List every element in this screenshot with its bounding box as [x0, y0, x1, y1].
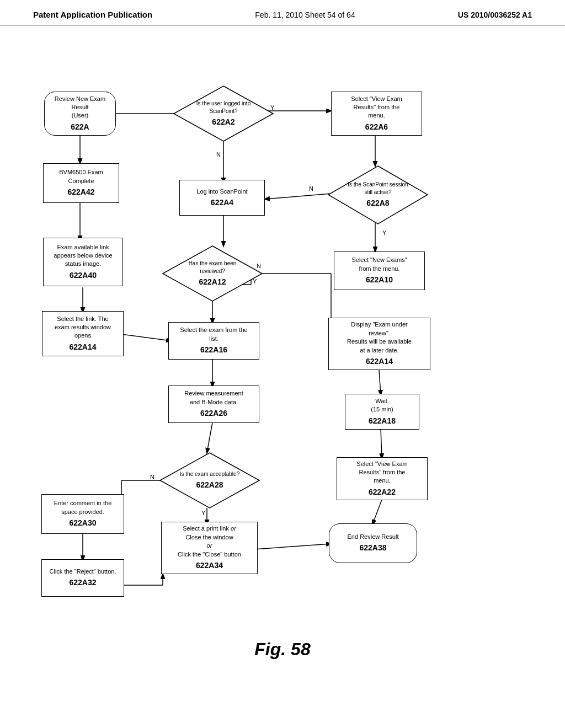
svg-line-5	[265, 194, 331, 199]
node-622A28-id: 622A28	[196, 480, 223, 491]
node-622A10: Select "New Exams"from the menu. 622A10	[334, 251, 425, 290]
node-622A8-id: 622A8	[366, 198, 389, 209]
label-n-622a28: N	[150, 474, 154, 480]
node-622A28-label: Is the exam acceptable?	[180, 470, 239, 478]
node-622A-id: 622A	[71, 122, 89, 133]
node-622A2: Is the user logged intoScanPoint? 622A2	[171, 83, 276, 144]
node-622A12-id: 622A12	[199, 277, 226, 288]
node-622A14-left: Select the link. Theexam results windowo…	[42, 311, 124, 356]
node-622A8-label: Is the ScanPoint sessionstill active?	[348, 181, 408, 196]
node-622A2-label: Is the user logged intoScanPoint?	[196, 100, 250, 115]
node-622A14-left-label: Select the link. Theexam results windowo…	[55, 315, 111, 340]
node-622A12-label: Has the exam beenreviewed?	[189, 260, 237, 275]
node-622A: Review New ExamResult(User) 622A	[44, 92, 116, 136]
node-622A38-label: End Review Result	[348, 533, 399, 541]
node-622A18-id: 622A18	[369, 416, 396, 427]
node-622A38: End Review Result 622A38	[329, 523, 417, 563]
node-622A4: Log into ScanPoint 622A4	[179, 180, 265, 216]
diagram: Y N Y N Y N N Y Review New ExamResult(Us…	[0, 31, 565, 682]
label-n-622a8: N	[309, 185, 313, 192]
page: Patent Application Publication Feb. 11, …	[0, 0, 565, 728]
svg-line-18	[121, 480, 163, 513]
header-date-sheet: Feb. 11, 2010 Sheet 54 of 64	[255, 10, 355, 19]
node-622A14-right: Display "Exam underreview".Results will …	[328, 318, 430, 370]
node-622A-label: Review New ExamResult(User)	[55, 95, 105, 120]
svg-line-15	[381, 428, 382, 458]
header: Patent Application Publication Feb. 11, …	[0, 0, 565, 25]
node-622A32-id: 622A32	[69, 577, 96, 588]
node-622A6-label: Select "View ExamResults" from themenu.	[351, 95, 402, 120]
node-622A42-id: 622A42	[67, 187, 94, 198]
svg-line-23	[121, 549, 163, 578]
node-622A42: BVM6500 ExamComplete 622A42	[43, 163, 119, 203]
node-622A22-label: Select "View ExamResults" from themenu.	[356, 460, 407, 485]
node-622A10-label: Select "New Exams"from the menu.	[351, 256, 407, 273]
node-622A26: Review measurementand B-Mode data. 622A2…	[168, 386, 259, 423]
node-622A40: Exam available linkappears below devices…	[43, 238, 123, 286]
svg-line-14	[379, 370, 381, 395]
node-622A30-label: Enter comment in thespace provided.	[54, 499, 112, 516]
node-622A18-label: Wait.(15 min)	[371, 397, 393, 414]
node-622A4-label: Log into ScanPoint	[196, 188, 247, 196]
node-622A6-id: 622A6	[365, 122, 388, 133]
fig-label: Fig. 58	[254, 639, 310, 660]
svg-line-26	[254, 544, 331, 549]
node-622A2-id: 622A2	[212, 117, 234, 128]
node-622A4-id: 622A4	[211, 197, 233, 208]
node-622A26-label: Review measurementand B-Mode data.	[184, 389, 243, 406]
node-622A10-id: 622A10	[366, 275, 393, 286]
node-622A34: Select a print link orClose the windowor…	[161, 522, 258, 574]
node-622A8: Is the ScanPoint sessionstill active? 62…	[326, 163, 430, 227]
node-622A34-label: Select a print link orClose the windowor…	[178, 524, 241, 559]
node-622A22-id: 622A22	[369, 487, 396, 498]
node-622A26-id: 622A26	[200, 408, 227, 419]
node-622A14-right-id: 622A14	[366, 356, 393, 367]
svg-line-17	[207, 422, 212, 453]
node-622A32: Click the "Reject" button. 622A32	[41, 559, 124, 597]
node-622A16-label: Select the exam from thelist.	[180, 326, 247, 343]
svg-line-16	[372, 500, 382, 524]
node-622A30-id: 622A30	[69, 518, 96, 529]
label-y-622a28: Y	[201, 510, 205, 516]
node-622A34-id: 622A34	[196, 560, 223, 571]
node-622A32-label: Click the "Reject" button.	[50, 568, 116, 576]
node-622A40-label: Exam available linkappears below devices…	[54, 243, 112, 269]
header-patent-number: US 2010/0036252 A1	[458, 10, 532, 19]
node-622A40-id: 622A40	[70, 270, 97, 281]
svg-line-30	[121, 334, 171, 341]
node-622A16-id: 622A16	[200, 345, 227, 356]
node-622A38-id: 622A38	[359, 543, 386, 554]
label-y-622a2: Y	[270, 104, 274, 111]
node-622A28: Is the exam acceptable? 622A28	[157, 450, 262, 511]
node-622A42-label: BVM6500 ExamComplete	[59, 168, 103, 185]
node-622A6: Select "View ExamResults" from themenu. …	[331, 92, 422, 136]
label-y-622a8: Y	[382, 229, 386, 236]
label-n-622a12: N	[257, 263, 261, 269]
header-publication: Patent Application Publication	[33, 10, 152, 19]
label-y-622a12: Y	[253, 278, 257, 285]
node-622A14-right-label: Display "Exam underreview".Results will …	[347, 320, 412, 355]
node-622A16: Select the exam from thelist. 622A16	[168, 322, 259, 360]
node-622A22: Select "View ExamResults" from themenu. …	[337, 457, 428, 500]
node-622A12: Has the exam beenreviewed? 622A12	[160, 243, 265, 304]
node-622A30: Enter comment in thespace provided. 622A…	[41, 494, 124, 534]
label-n-622a2: N	[216, 151, 221, 158]
node-622A18: Wait.(15 min) 622A18	[345, 394, 419, 430]
node-622A14-left-id: 622A14	[69, 342, 96, 353]
